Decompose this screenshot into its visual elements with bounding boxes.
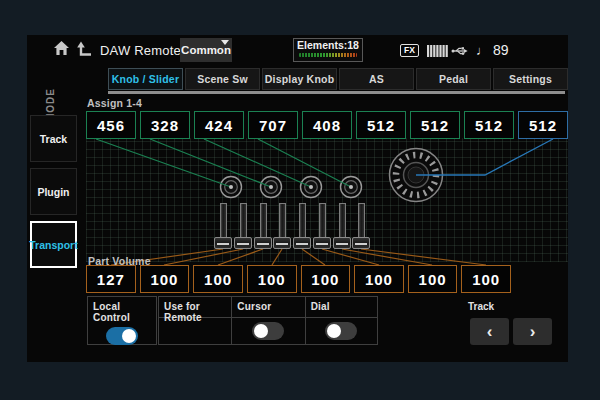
assign-value-4[interactable]: 707 xyxy=(248,111,298,139)
dropdown-caret-icon xyxy=(221,40,229,45)
part-volume-2[interactable]: 100 xyxy=(140,265,190,293)
tab-as[interactable]: AS xyxy=(339,68,414,90)
local-control-panel: Local Control xyxy=(87,296,157,345)
part-select-button[interactable]: Common xyxy=(180,38,232,62)
assign-value-row: 456 328 424 707 408 512 512 512 512 xyxy=(86,111,568,139)
dial-label: Dial xyxy=(306,297,377,318)
sidebar-item-track[interactable]: Track xyxy=(30,115,77,162)
assign-value-7[interactable]: 512 xyxy=(410,111,460,139)
cursor-cell: Cursor xyxy=(231,297,304,344)
use-for-remote-panel: Use for Remote Cursor Dial xyxy=(158,296,378,345)
local-control-label: Local Control xyxy=(88,297,156,323)
part-volume-7[interactable]: 100 xyxy=(408,265,458,293)
track-label: Track xyxy=(468,301,494,312)
assign-value-3[interactable]: 424 xyxy=(194,111,244,139)
quarter-note-icon: ♩ xyxy=(476,43,489,58)
part-volume-8[interactable]: 100 xyxy=(461,265,511,293)
chevron-left-icon: ‹ xyxy=(487,323,493,340)
assign-section-label: Assign 1-4 xyxy=(87,97,142,109)
part-volume-row: 127 100 100 100 100 100 100 100 xyxy=(86,265,511,293)
dial-value[interactable]: 512 xyxy=(518,111,568,139)
tab-bar: Knob / Slider Scene Sw Display Knob AS P… xyxy=(108,68,568,90)
part-volume-label: Part Volume xyxy=(88,255,151,267)
dial-toggle[interactable] xyxy=(325,322,357,340)
track-prev-button[interactable]: ‹ xyxy=(470,318,509,345)
keyboard-icon xyxy=(427,45,448,57)
page-title: DAW Remote xyxy=(100,43,181,58)
sidebar-item-transport[interactable]: Transport xyxy=(30,221,77,268)
assign-value-8[interactable]: 512 xyxy=(464,111,514,139)
home-icon[interactable] xyxy=(53,40,70,56)
mode-label: MODE xyxy=(45,62,59,122)
use-for-remote-cell: Use for Remote xyxy=(159,297,231,344)
tab-display-knob[interactable]: Display Knob xyxy=(262,68,337,90)
assign-value-5[interactable]: 408 xyxy=(302,111,352,139)
tab-settings[interactable]: Settings xyxy=(493,68,568,90)
part-volume-1[interactable]: 127 xyxy=(86,265,136,293)
part-volume-6[interactable]: 100 xyxy=(354,265,404,293)
part-volume-4[interactable]: 100 xyxy=(247,265,297,293)
part-volume-5[interactable]: 100 xyxy=(301,265,351,293)
tab-knob-slider[interactable]: Knob / Slider xyxy=(108,68,183,90)
tab-pedal[interactable]: Pedal xyxy=(416,68,491,90)
track-next-button[interactable]: › xyxy=(513,318,552,345)
exit-up-icon[interactable] xyxy=(75,40,92,56)
tempo-value: 89 xyxy=(493,42,509,58)
usb-icon xyxy=(451,45,468,57)
assign-value-6[interactable]: 512 xyxy=(356,111,406,139)
tab-scrollbar xyxy=(108,91,565,94)
elements-level-meter xyxy=(299,53,357,57)
tempo-display: ♩89 xyxy=(476,42,509,58)
dial-cell: Dial xyxy=(305,297,377,344)
assign-value-2[interactable]: 328 xyxy=(140,111,190,139)
part-volume-3[interactable]: 100 xyxy=(193,265,243,293)
use-for-remote-label: Use for Remote xyxy=(159,297,231,318)
assign-value-1[interactable]: 456 xyxy=(86,111,136,139)
chevron-right-icon: › xyxy=(530,323,536,340)
elements-badge[interactable]: Elements:18 xyxy=(293,38,363,62)
cursor-label: Cursor xyxy=(232,297,304,318)
local-control-toggle[interactable] xyxy=(106,327,138,345)
cursor-toggle[interactable] xyxy=(252,322,284,340)
device-screen: DAW Remote Common Elements:18 FX ♩89 Kno… xyxy=(27,35,568,362)
sidebar-item-plugin[interactable]: Plugin xyxy=(30,168,77,215)
fx-status-icon: FX xyxy=(400,44,419,57)
tab-scene-sw[interactable]: Scene Sw xyxy=(185,68,260,90)
